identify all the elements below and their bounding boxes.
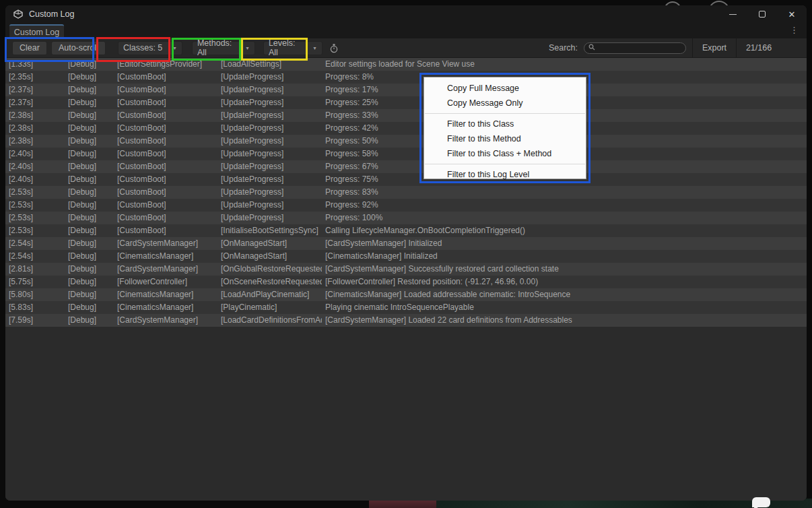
log-level: [Debug] <box>68 276 115 288</box>
log-method: [OnSceneRestoreRequested] <box>221 276 322 288</box>
log-level: [Debug] <box>68 224 115 237</box>
log-row[interactable]: [2.35s][Debug][CustomBoot][UpdateProgres… <box>5 71 807 84</box>
menu-item-filter-to-this-method[interactable]: Filter to this Method <box>424 131 586 146</box>
log-class: [CustomBoot] <box>117 122 219 135</box>
log-time: [2.53s] <box>9 186 66 199</box>
log-level: [Debug] <box>68 96 115 109</box>
export-button[interactable]: Export <box>693 38 736 57</box>
log-row[interactable]: [2.38s][Debug][CustomBoot][UpdateProgres… <box>5 122 807 135</box>
log-time: [2.38s] <box>9 135 66 148</box>
tab-label: Custom Log <box>14 28 59 37</box>
log-class: [CustomBoot] <box>117 84 219 96</box>
kebab-menu-icon[interactable]: ⋮ <box>790 25 799 35</box>
log-class: [CardSystemManager] <box>117 263 219 276</box>
close-button[interactable]: ✕ <box>777 5 807 23</box>
window-title: Custom Log <box>29 9 74 19</box>
unity-cube-icon <box>13 9 23 19</box>
log-row[interactable]: [2.40s][Debug][CustomBoot][UpdateProgres… <box>5 173 807 186</box>
log-method: [LoadCardDefinitionsFromAddressables] <box>221 314 322 327</box>
desktop-background: Custom Log ✕ Custom Log ⋮ Clear Auto-scr… <box>0 0 812 508</box>
log-row[interactable]: [2.53s][Debug][CustomBoot][UpdateProgres… <box>5 199 807 212</box>
log-class: [CustomBoot] <box>117 199 219 212</box>
log-class: [CustomBoot] <box>117 173 219 186</box>
log-row[interactable]: [2.37s][Debug][CustomBoot][UpdateProgres… <box>5 84 807 96</box>
log-method: [UpdateProgress] <box>221 160 322 173</box>
menu-item-filter-to-this-class[interactable]: Filter to this Class <box>424 117 586 131</box>
log-row[interactable]: [2.40s][Debug][CustomBoot][UpdateProgres… <box>5 148 807 160</box>
log-method: [UpdateProgress] <box>221 71 322 84</box>
log-message: [CardSystemManager] Initialized <box>325 237 804 250</box>
log-method: [OnManagedStart] <box>221 250 322 263</box>
log-level: [Debug] <box>68 199 115 212</box>
log-row[interactable]: [2.53s][Debug][CustomBoot][InitialiseBoo… <box>5 224 807 237</box>
annotation-box-toolbar-buttons <box>5 37 94 62</box>
log-message: [CardSystemManager] Successfully restore… <box>325 263 804 276</box>
log-level: [Debug] <box>68 237 115 250</box>
log-level: [Debug] <box>68 250 115 263</box>
log-class: [CinematicsManager] <box>117 301 219 314</box>
log-method: [UpdateProgress] <box>221 212 322 224</box>
log-row[interactable]: [2.37s][Debug][CustomBoot][UpdateProgres… <box>5 96 807 109</box>
search-input[interactable] <box>598 43 679 53</box>
log-method: [InitialiseBootSettingsSync] <box>221 224 322 237</box>
log-row[interactable]: [2.54s][Debug][CardSystemManager][OnMana… <box>5 237 807 250</box>
log-level: [Debug] <box>68 314 115 327</box>
log-method: [UpdateProgress] <box>221 135 322 148</box>
log-time: [2.38s] <box>9 109 66 122</box>
log-time: [2.54s] <box>9 237 66 250</box>
minimize-button[interactable] <box>718 5 747 23</box>
log-level: [Debug] <box>68 288 115 301</box>
log-row[interactable]: [2.81s][Debug][CardSystemManager][OnGlob… <box>5 263 807 276</box>
log-level: [Debug] <box>68 263 115 276</box>
log-method: [UpdateProgress] <box>221 199 322 212</box>
log-time: [5.80s] <box>9 288 66 301</box>
menu-item-copy-message-only[interactable]: Copy Message Only <box>424 96 586 110</box>
log-method: [UpdateProgress] <box>221 84 322 96</box>
log-row[interactable]: [2.54s][Debug][CinematicsManager][OnMana… <box>5 250 807 263</box>
log-row[interactable]: [2.38s][Debug][CustomBoot][UpdateProgres… <box>5 135 807 148</box>
log-method: [UpdateProgress] <box>221 122 322 135</box>
log-row[interactable]: [2.38s][Debug][CustomBoot][UpdateProgres… <box>5 109 807 122</box>
log-class: [CustomBoot] <box>117 109 219 122</box>
menu-separator <box>425 113 585 114</box>
log-row[interactable]: [5.75s][Debug][FollowerController][OnSce… <box>5 276 807 288</box>
log-row[interactable]: [2.53s][Debug][CustomBoot][UpdateProgres… <box>5 212 807 224</box>
tab-custom-log[interactable]: Custom Log <box>9 24 64 38</box>
log-method: [LoadAndPlayCinematic] <box>221 288 322 301</box>
context-menu: Copy Full MessageCopy Message OnlyFilter… <box>424 77 586 179</box>
log-class: [CardSystemManager] <box>117 237 219 250</box>
maximize-button[interactable] <box>747 5 777 23</box>
toolbar-right: Search: Export 21/166 <box>549 38 807 57</box>
log-level: [Debug] <box>68 173 115 186</box>
log-class: [CustomBoot] <box>117 160 219 173</box>
log-row[interactable]: [5.83s][Debug][CinematicsManager][PlayCi… <box>5 301 807 314</box>
log-counter: 21/166 <box>737 43 781 53</box>
menu-item-filter-to-this-class-method[interactable]: Filter to this Class + Method <box>424 146 586 161</box>
log-message: Progress: 83% <box>325 186 804 199</box>
log-level: [Debug] <box>68 135 115 148</box>
log-time: [5.83s] <box>9 301 66 314</box>
log-method: [UpdateProgress] <box>221 173 322 186</box>
log-time: [2.53s] <box>9 224 66 237</box>
log-class: [CustomBoot] <box>117 135 219 148</box>
log-row[interactable]: [2.40s][Debug][CustomBoot][UpdateProgres… <box>5 160 807 173</box>
log-level: [Debug] <box>68 122 115 135</box>
search-label: Search: <box>549 43 578 53</box>
stopwatch-icon[interactable] <box>329 43 339 53</box>
log-row[interactable]: [7.59s][Debug][CardSystemManager][LoadCa… <box>5 314 807 327</box>
search-box[interactable] <box>584 42 686 54</box>
log-time: [2.37s] <box>9 96 66 109</box>
log-time: [2.54s] <box>9 250 66 263</box>
log-time: [2.37s] <box>9 84 66 96</box>
log-level: [Debug] <box>68 109 115 122</box>
menu-item-filter-to-this-log-level[interactable]: Filter to this Log Level <box>424 167 586 182</box>
menu-item-copy-full-message[interactable]: Copy Full Message <box>424 81 586 96</box>
log-time: [2.40s] <box>9 148 66 160</box>
log-time: [2.53s] <box>9 212 66 224</box>
log-level: [Debug] <box>68 212 115 224</box>
titlebar: Custom Log ✕ <box>5 5 807 23</box>
log-row[interactable]: [2.53s][Debug][CustomBoot][UpdateProgres… <box>5 186 807 199</box>
log-message: [CinematicsManager] Initialized <box>325 250 804 263</box>
log-message: [CardSystemManager] Loaded 22 card defin… <box>325 314 804 327</box>
log-row[interactable]: [5.80s][Debug][CinematicsManager][LoadAn… <box>5 288 807 301</box>
